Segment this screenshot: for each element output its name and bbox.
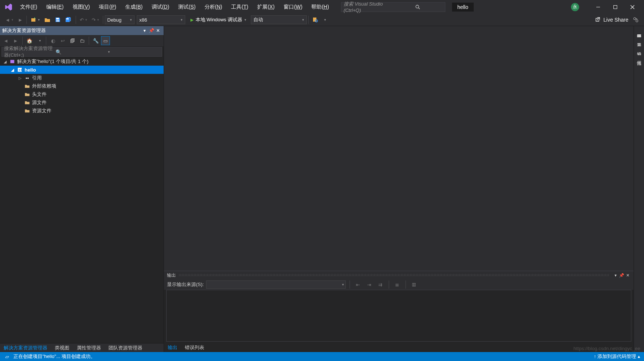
window-close-button[interactable] (624, 1, 641, 13)
output-text-area[interactable] (166, 290, 631, 342)
open-file-button[interactable] (42, 16, 52, 24)
collapse-all-button[interactable]: 🗀 (78, 36, 86, 45)
panel-menu-icon[interactable]: ▾ (141, 28, 148, 33)
project-node[interactable]: ◢ ++ hello (0, 66, 164, 74)
search-icon (393, 4, 443, 10)
watermark-text: https://blog.csdn.net/dingyc_ee (574, 346, 640, 351)
save-all-button[interactable] (63, 16, 74, 24)
menu-item-6[interactable]: 测试(S) (174, 2, 200, 12)
tab-property-manager[interactable]: 属性管理器 (73, 343, 105, 352)
tab-server-explorer[interactable]: 服务器资源管理器 (635, 28, 643, 33)
project-label: hello (25, 67, 36, 73)
clear-output-button[interactable]: ⇉ (376, 280, 385, 289)
output-source-combo[interactable]: ▾ (206, 280, 346, 289)
tab-team-explorer[interactable]: 团队资源管理器 (105, 343, 146, 352)
right-rail: 服务器资源管理器 工具箱 通知 属性 (634, 26, 644, 352)
svg-rect-11 (313, 18, 316, 22)
platform-value: x86 (139, 17, 179, 23)
sync-button[interactable]: ▾ (35, 36, 44, 45)
expand-arrow-icon[interactable]: ◢ (4, 60, 9, 64)
menu-item-9[interactable]: 扩展(X) (253, 2, 279, 12)
forward-button[interactable]: ► (11, 36, 20, 45)
show-all-files-button[interactable]: 🗐 (68, 36, 77, 45)
external-deps-node[interactable]: 外部依赖项 (0, 82, 164, 90)
solution-root-label: 解决方案"hello"(1 个项目/共 1 个) (17, 58, 88, 65)
live-share-button[interactable]: Live Share (594, 17, 628, 23)
headers-node[interactable]: 头文件 (0, 90, 164, 98)
platform-combo[interactable]: x86▾ (137, 15, 185, 24)
preview-button[interactable]: ▭ (101, 36, 110, 45)
start-debug-button[interactable]: ▶ 本地 Windows 调试器 ▾ (187, 15, 249, 24)
menu-item-0[interactable]: 文件(F) (16, 2, 42, 12)
new-project-button[interactable]: ▾ (29, 16, 42, 24)
clear-all-button[interactable]: ✖⃞ (410, 280, 419, 289)
tab-properties[interactable]: 属性 (635, 55, 643, 60)
scope-button[interactable]: ◐ (48, 36, 57, 45)
solution-search-placeholder: 搜索解决方案资源管理器(Ctrl+;) (4, 45, 56, 59)
pin-icon[interactable]: 📌 (619, 273, 625, 278)
menu-item-1[interactable]: 编辑(E) (42, 2, 68, 12)
scope-back-button[interactable]: ↩ (58, 36, 67, 45)
headers-label: 头文件 (32, 91, 47, 98)
expand-arrow-icon[interactable]: ◢ (11, 68, 16, 72)
editor-and-output: 输出 ▾ 📌 ✕ 显示输出来源(S): ▾ ⇤ ⇥ ⇉ ≣ ✖⃞ 输出 (164, 26, 634, 352)
save-button[interactable] (53, 16, 63, 24)
menu-item-11[interactable]: 帮助(H) (307, 2, 333, 12)
properties-button[interactable]: 🔧 (91, 36, 100, 45)
tab-notifications[interactable]: 通知 (635, 46, 643, 51)
status-text: 正在创建项目"hello"... 项目创建成功。 (13, 353, 95, 360)
pin-icon[interactable]: 📌 (148, 28, 155, 33)
tab-output[interactable]: 输出 (164, 343, 181, 352)
tab-error-list[interactable]: 错误列表 (181, 343, 208, 352)
close-icon[interactable]: ✕ (625, 273, 631, 278)
tab-class-view[interactable]: 类视图 (51, 343, 73, 352)
quick-search-input[interactable]: 搜索 Visual Studio (Ctrl+Q) (341, 2, 445, 12)
expand-arrow-icon[interactable]: ▷ (19, 76, 24, 80)
references-label: 引用 (32, 75, 42, 81)
toggle-wrap-button[interactable]: ≣ (393, 280, 402, 289)
sources-node[interactable]: 源文件 (0, 98, 164, 107)
goto-prev-button[interactable]: ⇤ (354, 280, 363, 289)
auto-combo[interactable]: 自动▾ (251, 15, 307, 24)
user-avatar[interactable]: 永 (571, 3, 579, 11)
references-node[interactable]: ▷ ▪▪ 引用 (0, 74, 164, 82)
redo-button[interactable]: ↷▾ (90, 16, 101, 24)
nav-back-button[interactable]: ◄▾ (3, 16, 15, 24)
goto-next-button[interactable]: ⇥ (365, 280, 374, 289)
menu-item-5[interactable]: 调试(D) (147, 2, 174, 12)
tab-solution-explorer[interactable]: 解决方案资源管理器 (0, 343, 51, 352)
output-source-label: 显示输出来源(S): (167, 281, 204, 288)
feedback-button[interactable] (631, 16, 641, 24)
window-maximize-button[interactable] (607, 1, 624, 13)
panel-menu-icon[interactable]: ▾ (613, 273, 619, 278)
solution-root-node[interactable]: ◢ 解决方案"hello"(1 个项目/共 1 个) (0, 57, 164, 66)
undo-button[interactable]: ↶▾ (78, 16, 89, 24)
external-deps-label: 外部依赖项 (32, 83, 56, 90)
output-panel-header[interactable]: 输出 ▾ 📌 ✕ (164, 271, 634, 279)
auto-value: 自动 (253, 16, 301, 23)
project-icon: ++ (16, 67, 23, 72)
menu-item-4[interactable]: 生成(B) (121, 2, 147, 12)
menu-item-2[interactable]: 视图(V) (68, 2, 95, 12)
menu-item-8[interactable]: 工具(T) (227, 2, 253, 12)
find-in-files-button[interactable] (310, 16, 320, 24)
resources-node[interactable]: 资源文件 (0, 107, 164, 115)
menu-item-7[interactable]: 分析(N) (200, 2, 227, 12)
bottom-panel-tabs: 输出 错误列表 (164, 343, 634, 352)
solution-search-input[interactable]: 搜索解决方案资源管理器(Ctrl+;) 🔍▾ (1, 47, 162, 57)
toolbar-overflow-button[interactable]: ▾ (321, 17, 328, 23)
output-panel: 输出 ▾ 📌 ✕ 显示输出来源(S): ▾ ⇤ ⇥ ⇉ ≣ ✖⃞ 输出 (164, 271, 634, 352)
title-bar: 文件(F)编辑(E)视图(V)项目(P)生成(B)调试(D)测试(S)分析(N)… (0, 0, 644, 14)
solution-explorer-header[interactable]: 解决方案资源管理器 ▾ 📌 ✕ (0, 26, 164, 35)
nav-forward-button[interactable]: ► (16, 16, 25, 24)
solution-tree[interactable]: ◢ 解决方案"hello"(1 个项目/共 1 个) ◢ ++ hello ▷ … (0, 57, 164, 343)
menu-item-3[interactable]: 项目(P) (94, 2, 121, 12)
source-control-button[interactable]: ↑ 添加到源代码管理 ▴ (594, 353, 640, 360)
back-button[interactable]: ◄ (1, 36, 10, 45)
configuration-combo[interactable]: Debug▾ (105, 15, 135, 24)
home-button[interactable]: 🏠 (25, 36, 34, 45)
window-minimize-button[interactable] (590, 1, 607, 13)
tab-toolbox[interactable]: 工具箱 (635, 37, 643, 42)
close-icon[interactable]: ✕ (155, 28, 161, 33)
menu-item-10[interactable]: 窗口(W) (279, 2, 307, 12)
